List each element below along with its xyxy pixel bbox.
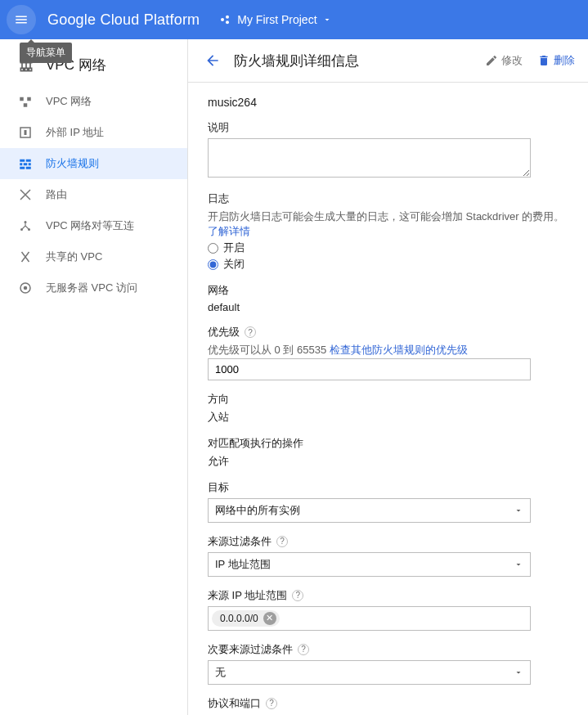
svg-rect-7 <box>20 160 25 162</box>
trash-icon <box>537 54 550 67</box>
sidebar-item-serverless-vpc[interactable]: 无服务器 VPC 访问 <box>0 272 187 304</box>
targets-select[interactable]: 网络中的所有实例 <box>208 498 531 523</box>
secondary-filter-select[interactable]: 无 <box>208 660 531 685</box>
svg-point-18 <box>24 286 28 290</box>
direction-label: 方向 <box>208 392 568 407</box>
svg-rect-10 <box>24 163 28 165</box>
help-icon[interactable]: ? <box>298 644 309 655</box>
svg-rect-8 <box>26 160 31 162</box>
svg-point-1 <box>226 16 229 19</box>
network-value: default <box>208 301 568 313</box>
sidebar-item-vpc-networks[interactable]: VPC 网络 <box>0 86 187 117</box>
logs-on-radio[interactable]: 开启 <box>208 241 568 255</box>
sidebar-item-external-ip[interactable]: 外部 IP 地址 <box>0 117 187 148</box>
header: Google Cloud Platform My First Project <box>0 0 588 39</box>
serverless-icon <box>18 281 33 295</box>
back-button[interactable] <box>201 49 224 72</box>
logs-label: 日志 <box>208 191 568 206</box>
caret-down-icon <box>514 560 523 569</box>
peering-icon <box>18 218 33 233</box>
project-selector[interactable]: My First Project <box>219 13 331 26</box>
routes-icon <box>18 187 33 202</box>
svg-rect-11 <box>29 163 31 165</box>
svg-rect-13 <box>26 167 31 169</box>
logs-hint: 开启防火墙日志可能会生成大量的日志，这可能会增加 Stackdriver 的费用… <box>208 209 568 239</box>
brand-title: Google Cloud Platform <box>47 11 200 29</box>
source-filter-select[interactable]: IP 地址范围 <box>208 552 531 577</box>
arrow-left-icon <box>204 52 221 69</box>
sidebar-item-peering[interactable]: VPC 网络对等互连 <box>0 210 187 241</box>
help-icon[interactable]: ? <box>266 698 277 709</box>
network-icon <box>18 94 33 109</box>
toolbar: 防火墙规则详细信息 修改 删除 <box>188 39 588 83</box>
firewall-icon <box>18 156 33 171</box>
sidebar: VPC 网络 VPC 网络 外部 IP 地址 防火墙规则 路由 VPC 网络对等… <box>0 39 188 715</box>
page-title: 防火墙规则详细信息 <box>234 52 470 70</box>
priority-label: 优先级? <box>208 325 568 340</box>
help-icon[interactable]: ? <box>292 590 303 601</box>
logs-off-radio[interactable]: 关闭 <box>208 257 568 272</box>
edit-button[interactable]: 修改 <box>485 53 523 68</box>
svg-rect-5 <box>24 103 28 107</box>
priority-hint: 优先级可以从 0 到 65535 检查其他防火墙规则的优先级 <box>208 343 568 358</box>
direction-value: 入站 <box>208 410 568 425</box>
svg-rect-4 <box>27 97 31 101</box>
caret-down-icon <box>322 15 332 25</box>
chip-remove-icon[interactable]: ✕ <box>263 612 276 625</box>
source-filter-label: 来源过滤条件? <box>208 534 568 549</box>
source-ranges-label: 来源 IP 地址范围? <box>208 588 568 603</box>
shared-vpc-icon <box>18 250 33 264</box>
help-icon[interactable]: ? <box>245 326 256 338</box>
sidebar-item-shared-vpc[interactable]: 共享的 VPC <box>0 241 187 272</box>
priority-input[interactable] <box>208 358 531 380</box>
caret-down-icon <box>514 506 523 515</box>
sidebar-item-routes[interactable]: 路由 <box>0 179 187 210</box>
svg-point-14 <box>25 221 27 223</box>
description-input[interactable] <box>208 138 531 178</box>
pencil-icon <box>485 54 498 67</box>
nav-tooltip: 导航菜单 <box>20 43 72 63</box>
description-label: 说明 <box>208 120 568 135</box>
project-name: My First Project <box>237 13 316 26</box>
ip-range-chip: 0.0.0.0/0 ✕ <box>212 610 280 627</box>
svg-rect-9 <box>20 163 22 165</box>
caret-down-icon <box>514 668 523 677</box>
hamburger-icon <box>14 12 29 27</box>
network-label: 网络 <box>208 283 568 298</box>
nav-menu-button[interactable] <box>7 5 36 34</box>
source-ranges-input[interactable]: 0.0.0.0/0 ✕ <box>208 606 531 631</box>
targets-label: 目标 <box>208 480 568 495</box>
svg-point-2 <box>226 20 229 24</box>
svg-rect-12 <box>20 167 25 169</box>
action-label: 对匹配项执行的操作 <box>208 436 568 451</box>
project-icon <box>219 13 232 26</box>
protocols-label: 协议和端口? <box>208 696 568 711</box>
rule-name: music264 <box>208 96 568 109</box>
logs-learn-more-link[interactable]: 了解详情 <box>208 225 250 237</box>
svg-rect-3 <box>20 97 24 101</box>
priority-check-link[interactable]: 检查其他防火墙规则的优先级 <box>330 344 468 356</box>
svg-point-0 <box>221 18 224 21</box>
sidebar-item-firewall[interactable]: 防火墙规则 <box>0 148 187 179</box>
help-icon[interactable]: ? <box>276 536 288 547</box>
external-ip-icon <box>18 125 33 140</box>
action-value: 允许 <box>208 454 568 469</box>
delete-button[interactable]: 删除 <box>537 53 575 68</box>
secondary-filter-label: 次要来源过滤条件? <box>208 642 568 657</box>
main-content: 防火墙规则详细信息 修改 删除 music264 说明 日志 开启防火墙日志可能… <box>188 39 588 715</box>
